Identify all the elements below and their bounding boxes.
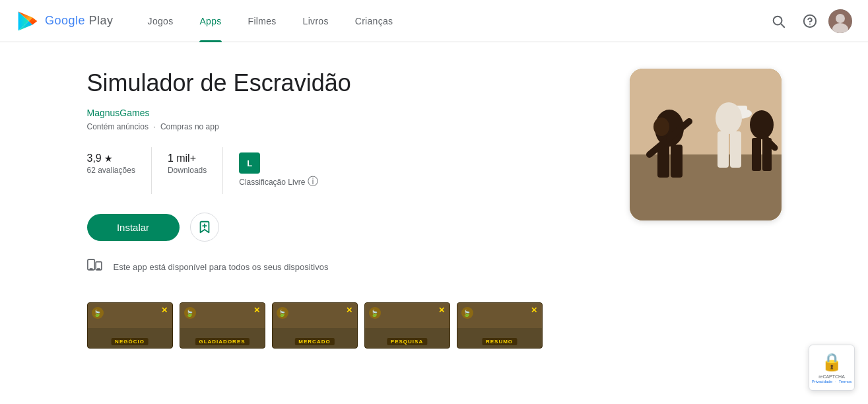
main-nav: Jogos Apps Filmes Livros Crianças — [135, 0, 765, 42]
screenshot-resumo[interactable]: 🍃 ✕ RESUMO — [457, 302, 543, 349]
svg-rect-30 — [752, 138, 761, 171]
device-notice: Este app está disponível para todos os s… — [87, 257, 603, 276]
screenshots-bar: 🍃 ✕ NEGÓCIO 🍃 ✕ GLADIADORES 🍃 ✕ MERCADO … — [71, 292, 797, 354]
google-play-logo[interactable]: Google Play — [16, 9, 114, 33]
screenshot-mercado[interactable]: 🍃 ✕ MERCADO — [272, 302, 358, 349]
header: Google Play Jogos Apps Filmes Livros Cri… — [0, 0, 868, 42]
rating-value: 3,9 ★ — [87, 152, 135, 164]
stat-classification: L Classificação Livre ⓘ — [239, 147, 334, 194]
nav-item-filmes[interactable]: Filmes — [235, 0, 290, 42]
main-content: Simulador de Escravidão MagnusGames Cont… — [71, 42, 797, 354]
app-meta: Contém anúncios · Compras no app — [87, 122, 603, 131]
app-header: Simulador de Escravidão MagnusGames Cont… — [87, 69, 782, 292]
search-icon — [771, 14, 785, 28]
svg-line-5 — [781, 24, 784, 27]
app-title: Simulador de Escravidão — [87, 69, 603, 97]
screenshot-negocio[interactable]: 🍃 ✕ NEGÓCIO — [87, 302, 173, 349]
svg-point-9 — [836, 14, 845, 23]
screenshot-gladiadores[interactable]: 🍃 ✕ GLADIADORES — [180, 302, 265, 349]
stat-downloads: 1 mil+ Downloads — [168, 147, 223, 194]
stats-row: 3,9 ★ 62 avaliações 1 mil+ Downloads L C… — [87, 147, 603, 194]
svg-rect-22 — [671, 145, 683, 178]
logo-text: Google Play — [45, 14, 114, 28]
info-icon[interactable]: ⓘ — [308, 175, 318, 189]
devices-icon — [87, 257, 106, 272]
nav-item-livros[interactable]: Livros — [290, 0, 342, 42]
recaptcha-badge: 🔒 reCAPTCHA Privacidade · Termos — [809, 345, 855, 354]
search-button[interactable] — [765, 8, 791, 34]
help-button[interactable] — [797, 8, 823, 34]
recaptcha-logo-icon: 🔒 — [821, 352, 842, 354]
classification-badge-row: L — [239, 152, 318, 174]
app-meta-ads: Contém anúncios — [87, 122, 149, 131]
downloads-value: 1 mil+ — [168, 152, 207, 164]
app-developer[interactable]: MagnusGames — [87, 108, 603, 118]
classification-label: Classificação Livre ⓘ — [239, 175, 318, 189]
downloads-label: Downloads — [168, 166, 207, 175]
install-button[interactable]: Instalar — [87, 214, 180, 241]
svg-rect-28 — [730, 131, 741, 168]
device-notice-text: Este app está disponível para todos os s… — [114, 262, 329, 272]
rating-badge: L — [239, 152, 260, 174]
wishlist-button[interactable] — [190, 213, 219, 242]
stat-rating: 3,9 ★ 62 avaliações — [87, 147, 152, 194]
device-icon — [87, 257, 106, 276]
help-icon — [803, 14, 817, 28]
app-icon-container — [630, 69, 782, 220]
app-meta-iap: Compras no app — [160, 122, 219, 131]
svg-point-23 — [653, 118, 669, 136]
star-icon: ★ — [104, 153, 113, 164]
svg-rect-27 — [718, 131, 729, 168]
nav-item-apps[interactable]: Apps — [186, 0, 234, 42]
svg-point-26 — [716, 102, 742, 134]
screenshot-pesquisa[interactable]: 🍃 ✕ PESQUISA — [364, 302, 450, 349]
bookmark-icon — [197, 220, 212, 234]
app-meta-sep: · — [153, 122, 155, 131]
rating-label: 62 avaliações — [87, 166, 135, 175]
user-avatar[interactable] — [828, 9, 852, 33]
app-icon — [630, 69, 782, 220]
app-info: Simulador de Escravidão MagnusGames Cont… — [87, 69, 603, 292]
header-actions — [765, 8, 852, 34]
nav-item-jogos[interactable]: Jogos — [135, 0, 187, 42]
nav-item-criancas[interactable]: Crianças — [342, 0, 407, 42]
actions-row: Instalar — [87, 213, 603, 242]
